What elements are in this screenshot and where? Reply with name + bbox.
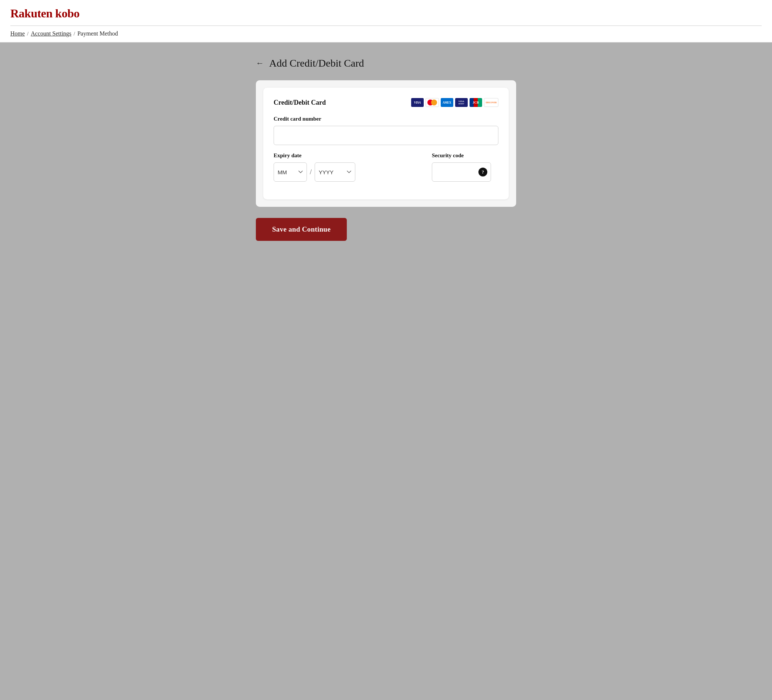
jcb-icon: JCB: [469, 98, 482, 107]
security-input-wrapper: ?: [432, 162, 491, 182]
logo-text: Rakuten kobo: [10, 7, 80, 20]
breadcrumb-home[interactable]: Home: [10, 30, 25, 37]
back-arrow-icon[interactable]: ←: [256, 59, 264, 68]
breadcrumb-account-settings[interactable]: Account Settings: [31, 30, 71, 37]
card-form-title: Credit/Debit Card: [273, 99, 326, 107]
page-title: Add Credit/Debit Card: [269, 57, 364, 69]
page-title-row: ← Add Credit/Debit Card: [256, 57, 516, 69]
card-form-header: Credit/Debit Card VISA AMEX VISA DEBIT: [273, 98, 499, 107]
breadcrumb: Home / Account Settings / Payment Method: [10, 30, 762, 37]
visa-icon: VISA: [411, 98, 424, 107]
security-code-group: Security code ?: [432, 152, 499, 182]
main-content: ← Add Credit/Debit Card Credit/Debit Car…: [245, 43, 527, 256]
expiry-year-select[interactable]: YYYY 2024 2025 2026 2027 2028 2029 2030 …: [315, 162, 355, 182]
card-icons: VISA AMEX VISA DEBIT JCB DISCOVER: [411, 98, 499, 107]
logo[interactable]: Rakuten kobo: [10, 7, 80, 20]
breadcrumb-sep-1: /: [27, 31, 28, 37]
expiry-month-select[interactable]: MM 01 02 03 04 05 06 07 08 09 10 11: [273, 162, 307, 182]
header: Rakuten kobo Home / Account Settings / P…: [0, 0, 772, 43]
expiry-group: Expiry date MM 01 02 03 04 05 06 07 08: [273, 152, 417, 182]
credit-card-number-label: Credit card number: [273, 116, 499, 122]
expiry-label: Expiry date: [273, 152, 417, 159]
mc-circle-orange: [431, 100, 437, 105]
expiry-inputs: MM 01 02 03 04 05 06 07 08 09 10 11: [273, 162, 417, 182]
breadcrumb-sep-2: /: [74, 31, 75, 37]
expiry-separator: /: [307, 162, 315, 182]
discover-icon: DISCOVER: [484, 98, 499, 107]
card-form-container: Credit/Debit Card VISA AMEX VISA DEBIT: [256, 80, 516, 207]
breadcrumb-current: Payment Method: [77, 30, 118, 37]
visa-debit-icon: VISA DEBIT: [455, 98, 468, 107]
expiry-security-row: Expiry date MM 01 02 03 04 05 06 07 08: [273, 152, 499, 189]
security-code-label: Security code: [432, 152, 499, 159]
mastercard-icon: [425, 98, 439, 107]
credit-card-number-input[interactable]: [273, 126, 499, 145]
save-continue-button[interactable]: Save and Continue: [256, 218, 347, 241]
credit-card-number-group: Credit card number: [273, 116, 499, 145]
security-help-icon[interactable]: ?: [478, 167, 487, 177]
amex-icon: AMEX: [441, 98, 453, 107]
card-form: Credit/Debit Card VISA AMEX VISA DEBIT: [263, 88, 509, 199]
